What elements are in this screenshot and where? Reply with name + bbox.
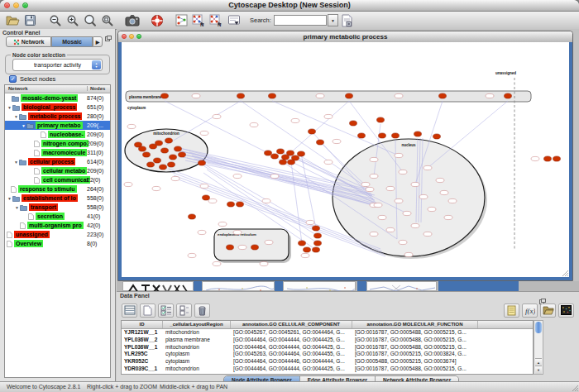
network-node-label[interactable] [361,182,370,186]
network-node-label[interactable] [378,215,386,219]
network-node-label[interactable] [486,93,494,98]
network-node[interactable] [314,233,322,238]
network-node-label[interactable] [198,230,206,234]
network-node[interactable] [277,149,285,154]
table-scrollbar[interactable]: ▲ ▼ [534,320,543,375]
tree-row[interactable]: multi-organism pro42(0) [5,221,110,230]
zoom-view-button[interactable] [136,34,141,39]
network-node-label[interactable] [370,157,378,161]
app-resize-grip[interactable] [570,383,578,391]
table-row[interactable]: YPL036W__1mitochondrion[GO:0044464, GO:0… [122,344,533,351]
column-header[interactable]: ID [122,321,163,328]
zoom-selected-icon[interactable] [81,12,98,28]
network-node[interactable] [313,247,320,252]
minimize-window-button[interactable] [13,2,19,8]
new-attribute-icon[interactable] [140,304,156,318]
network-node[interactable] [304,247,311,252]
network-node[interactable] [433,134,441,139]
minimize-view-button[interactable] [129,34,134,39]
tree-row[interactable]: ▼primary metabo209(... [5,121,110,130]
network-node-label[interactable] [448,198,457,203]
zoom-window-button[interactable] [22,2,28,8]
background-window-fragment[interactable] [283,281,356,291]
help-icon[interactable] [148,12,165,28]
search-dropdown-arrow[interactable]: ▼ [328,14,338,26]
column-header[interactable]: _cellularLayoutRegion [163,321,231,328]
background-window-fragment[interactable] [122,281,194,291]
network-node[interactable] [170,155,177,160]
network-node[interactable] [156,141,163,146]
background-window-edge[interactable] [438,281,519,291]
column-header[interactable]: annotation.GO MOLECULAR_FUNCTION [352,321,478,328]
network-node-label[interactable] [213,114,221,118]
network-node[interactable] [251,245,259,250]
network-node[interactable] [358,133,366,138]
network-node-label[interactable] [233,174,242,178]
network-node-label[interactable] [386,186,395,190]
network-node[interactable] [392,133,400,138]
table-row[interactable]: YKR052Ccytoplasm[GO:0044464, GO:0044446,… [122,358,533,366]
network-node[interactable] [203,195,210,200]
zoom-out-icon[interactable] [46,12,64,28]
network-node-label[interactable] [171,176,179,180]
expander-icon[interactable]: ▼ [13,160,19,165]
network-node-label[interactable] [324,160,333,164]
network-node-label[interactable] [428,207,436,211]
network-node-label[interactable] [395,153,403,157]
import-attributes-icon[interactable] [540,304,556,318]
network-node[interactable] [269,93,276,98]
tree-row[interactable]: nucleobase-209(0) [5,130,110,139]
network-node[interactable] [379,133,386,138]
network-node-label[interactable] [404,252,413,256]
close-view-button[interactable] [122,34,127,39]
network-node-label[interactable] [200,131,208,135]
tree-row[interactable]: ▼establishment of lo558(0) [5,194,110,203]
network-node[interactable] [160,165,167,170]
network-node[interactable] [350,121,357,126]
overview-box-icon[interactable] [173,12,190,28]
close-window-button[interactable] [4,2,10,8]
network-node-label[interactable] [124,182,132,186]
network-node-label[interactable] [403,211,411,215]
network-node-label[interactable] [260,261,268,265]
network-node-label[interactable] [411,223,419,227]
network-node-label[interactable] [366,187,374,191]
network-node[interactable] [287,151,294,155]
network-node-label[interactable] [188,253,196,257]
tree-row[interactable]: macromolecule311(0) [5,148,110,157]
expander-icon[interactable]: ▼ [13,114,19,119]
network-node-label[interactable] [192,93,200,98]
network-node[interactable] [377,117,385,122]
network-node[interactable] [165,138,173,143]
tree-row[interactable]: ▼biological_process651(0) [5,103,110,112]
network-node-label[interactable] [316,93,324,98]
network-canvas[interactable]: plasma membranecytoplasmmitochondrionnuc… [122,42,569,277]
search-input[interactable] [274,15,327,26]
network-node[interactable] [227,202,235,207]
network-node[interactable] [168,162,175,167]
network-node-label[interactable] [395,93,403,98]
network-node-label[interactable] [423,165,432,170]
tree-row[interactable]: ▼metabolic process280(0) [5,112,110,121]
table-row[interactable]: YDR039C__1mitochondrion[GO:0044464, GO:0… [122,366,533,373]
column-header[interactable]: annotation.GO CELLULAR_COMPONENT [231,321,352,328]
network-node-label[interactable] [208,198,217,203]
network-node[interactable] [298,151,305,156]
network-node[interactable] [175,146,182,151]
attribute-table-icon[interactable] [122,304,137,318]
select-nodes-checkbox[interactable]: ✓ [9,75,17,83]
background-window-fragment[interactable] [202,281,275,291]
function-builder-icon[interactable]: f(x) [522,304,538,318]
expander-icon[interactable]: ▼ [7,196,12,201]
network-node[interactable] [309,129,316,134]
network-node-label[interactable] [411,182,419,186]
table-row[interactable]: YPL036W__2plasma membrane[GO:0044464, GO… [122,337,533,344]
select-attributes-icon[interactable] [158,304,174,318]
float-panel-icon[interactable] [105,30,112,45]
table-row[interactable]: YJR121W__1mitochondrion[GO:0045267, GO:0… [122,329,533,337]
network-node[interactable] [154,158,161,163]
network-node[interactable] [313,226,320,231]
unselect-attributes-icon[interactable] [176,304,192,318]
app-titlebar[interactable]: Cytoscape Desktop (New Session) [0,0,579,12]
network-node-label[interactable] [444,215,452,219]
